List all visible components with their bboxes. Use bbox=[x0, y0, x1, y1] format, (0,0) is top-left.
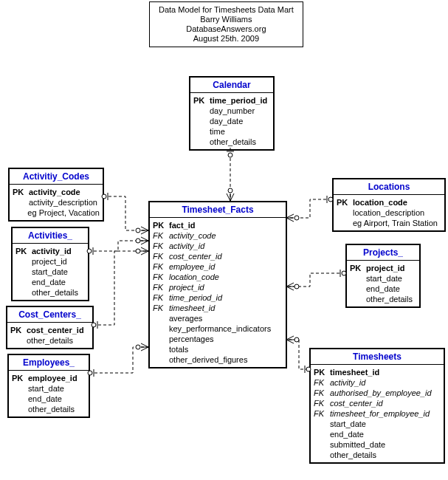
entity-cost-centers: Cost_Centers_ PKcost_center_id other_det… bbox=[6, 306, 94, 349]
column-name: location_code bbox=[353, 197, 407, 208]
entity-title: Timesheets bbox=[311, 349, 444, 365]
column-name: percentages bbox=[169, 334, 214, 344]
entity-title: Locations bbox=[334, 179, 444, 195]
column-name: time_period_id bbox=[169, 292, 222, 303]
column-name: activity_code bbox=[29, 187, 80, 197]
column-name: timesheet_for_employee_id bbox=[330, 408, 430, 419]
column-name: other_details bbox=[366, 294, 413, 304]
column-name: location_description bbox=[353, 208, 424, 218]
column-name: start_date bbox=[330, 419, 366, 429]
column-name: location_code bbox=[169, 272, 219, 282]
entity-timesheet-facts: Timesheet_Facts PKfact_id FKactivity_cod… bbox=[148, 201, 287, 368]
entity-employees: Employees_ PKemployee_id start_date end_… bbox=[7, 354, 90, 418]
column-name: other_details bbox=[330, 450, 376, 460]
entity-title: Calendar bbox=[190, 78, 273, 93]
entity-title: Timesheet_Facts bbox=[150, 202, 286, 218]
rel-locations-facts bbox=[286, 196, 333, 222]
rel-costcenters-facts bbox=[92, 247, 148, 329]
entity-activities: Activities_ PKactivity_id project_id sta… bbox=[11, 227, 89, 301]
column-name: start_date bbox=[32, 267, 68, 277]
column-name: day_number bbox=[210, 106, 255, 116]
column-name: project_id bbox=[366, 263, 405, 273]
column-name: timesheet_id bbox=[169, 303, 215, 313]
column-name: activity_id bbox=[330, 377, 365, 388]
column-name: end_date bbox=[366, 284, 400, 294]
column-name: project_id bbox=[169, 282, 204, 292]
entity-title: Cost_Centers_ bbox=[7, 307, 92, 323]
column-name: cost_center_id bbox=[330, 398, 383, 408]
rel-activitycodes-facts bbox=[102, 193, 148, 234]
entity-locations: Locations PKlocation_code location_descr… bbox=[332, 178, 446, 232]
column-name: activity_id bbox=[169, 241, 204, 251]
column-name: start_date bbox=[28, 383, 64, 394]
rel-calendar-facts bbox=[227, 148, 234, 201]
column-name: fact_id bbox=[169, 220, 195, 230]
column-name: day_date bbox=[210, 116, 243, 126]
column-name: submitted_date bbox=[330, 439, 385, 450]
column-name: totals bbox=[169, 344, 188, 354]
column-name: cost_center_id bbox=[27, 325, 84, 335]
entity-activity-codes: Activitiy_Codes PKactivity_code activity… bbox=[8, 168, 104, 222]
column-name: authorised_by_employee_id bbox=[330, 388, 432, 398]
column-name: other_details bbox=[210, 137, 256, 147]
column-name: activity_description bbox=[29, 197, 97, 208]
column-name: activity_code bbox=[169, 230, 216, 241]
column-name: other_derived_figures bbox=[169, 354, 247, 365]
column-name: employee_id bbox=[28, 373, 77, 383]
entity-timesheets: Timesheets PKtimesheet_id FKactivity_id … bbox=[309, 348, 445, 464]
title-line2: Barry Williams bbox=[159, 15, 294, 24]
column-name: time bbox=[210, 126, 225, 137]
column-name: activity_id bbox=[32, 246, 72, 256]
column-name: other_details bbox=[27, 335, 73, 346]
column-name: end_date bbox=[330, 429, 364, 439]
column-name: averages bbox=[169, 313, 202, 323]
title-line1: Data Model for Timesheets Data Mart bbox=[159, 5, 294, 15]
column-name: eg Airport, Train Station bbox=[353, 218, 438, 228]
entity-title: Projects_ bbox=[347, 245, 419, 261]
title-line4: August 25th. 2009 bbox=[159, 34, 294, 44]
entity-projects: Projects_ PKproject_id start_date end_da… bbox=[345, 244, 421, 308]
rel-activities-facts bbox=[87, 237, 148, 255]
column-name: employee_id bbox=[169, 261, 215, 272]
rel-timesheets-facts bbox=[286, 336, 311, 373]
column-name: eg Project, Vacation bbox=[27, 208, 100, 218]
rel-projects-facts bbox=[286, 270, 346, 290]
title-line3: DatabaseAnswers.org bbox=[159, 24, 294, 34]
entity-title: Activities_ bbox=[13, 228, 88, 244]
column-name: other_details bbox=[28, 404, 75, 414]
entity-calendar: Calendar PKtime_period_id day_number day… bbox=[189, 76, 275, 151]
column-name: other_details bbox=[32, 287, 78, 298]
diagram-title-box: Data Model for Timesheets Data Mart Barr… bbox=[149, 1, 303, 47]
column-name: key_performance_indicators bbox=[169, 323, 271, 334]
column-name: project_id bbox=[32, 256, 67, 267]
column-name: timesheet_id bbox=[330, 367, 379, 377]
column-name: start_date bbox=[366, 273, 402, 284]
entity-title: Employees_ bbox=[9, 355, 89, 371]
column-name: end_date bbox=[32, 277, 66, 287]
entity-body: PKtime_period_id day_number day_date tim… bbox=[190, 93, 273, 149]
entity-title: Activitiy_Codes bbox=[10, 169, 103, 185]
column-name: time_period_id bbox=[210, 95, 267, 106]
column-name: cost_center_id bbox=[169, 251, 222, 261]
rel-employees-facts bbox=[88, 343, 148, 377]
column-name: end_date bbox=[28, 394, 62, 404]
